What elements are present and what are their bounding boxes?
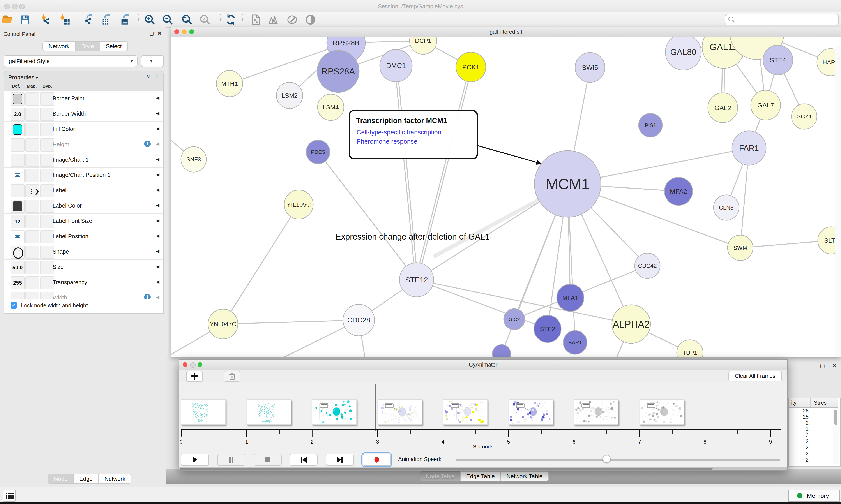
default-cell[interactable] — [11, 92, 24, 106]
lock-checkbox[interactable]: ✓ — [11, 302, 17, 309]
default-cell[interactable] — [11, 230, 24, 244]
animation-frame-1[interactable] — [181, 399, 226, 425]
expand-row-icon[interactable]: ◀ — [156, 280, 159, 284]
mapping-cell[interactable] — [25, 108, 39, 121]
network-node-STE2[interactable]: STE2 — [534, 315, 561, 342]
mapping-cell[interactable] — [25, 230, 39, 244]
collapse-all-icon[interactable]: » — [145, 75, 152, 78]
network-node-SWI5[interactable]: SWI5 — [575, 53, 605, 82]
network-node-ALPHA2[interactable]: ALPHA2 — [612, 305, 650, 343]
expand-row-icon[interactable]: ◀ — [156, 95, 159, 100]
network-node-SNF3[interactable]: SNF3 — [181, 147, 206, 172]
bypass-cell[interactable] — [40, 246, 54, 259]
bypass-cell[interactable] — [40, 108, 54, 121]
column-header-stress[interactable]: Stres — [814, 400, 826, 406]
default-cell[interactable] — [11, 246, 24, 259]
network-node-CDC28[interactable]: CDC28 — [343, 304, 375, 336]
float-panel-icon[interactable]: ▢ — [149, 30, 154, 36]
tab-node-table[interactable]: Node Table — [419, 471, 461, 481]
style-options-button[interactable]: ▾ — [141, 55, 164, 67]
default-cell[interactable] — [11, 184, 24, 197]
skip-to-start-button[interactable] — [289, 454, 318, 466]
network-node-unlabeled[interactable] — [492, 345, 511, 357]
timeline-scrollbar[interactable] — [179, 467, 787, 470]
default-cell[interactable]: 12 — [11, 215, 24, 228]
search-input[interactable] — [736, 15, 836, 24]
float-panel-icon[interactable]: ▢ — [820, 363, 825, 369]
tab-network-table[interactable]: Network Table — [500, 471, 549, 481]
hide-icon[interactable] — [286, 14, 298, 25]
tab-select[interactable]: Select — [100, 41, 128, 51]
close-panel-icon[interactable]: ✕ — [157, 30, 162, 36]
add-frame-button[interactable] — [186, 371, 203, 382]
network-node-DMC1[interactable]: DMC1 — [380, 50, 412, 82]
tab-network[interactable]: Network — [42, 41, 75, 51]
network-canvas[interactable]: RPS28BRPS28AMTH1LSM2LSM4DMC1DCP1PCK1SNF3… — [171, 37, 841, 357]
slider-thumb[interactable] — [603, 455, 611, 463]
refresh-icon[interactable] — [225, 14, 236, 25]
style-selector[interactable]: galFiltered Style ▾ — [3, 55, 138, 67]
tab-edge[interactable]: Edge — [73, 474, 99, 484]
network-node-LSM2[interactable]: LSM2 — [276, 82, 303, 109]
mapping-cell[interactable] — [25, 215, 39, 228]
bypass-cell[interactable] — [40, 276, 54, 289]
open-folder-icon[interactable] — [2, 14, 13, 25]
animation-frame-7[interactable] — [574, 399, 619, 425]
annotation-link[interactable]: Pheromone response — [357, 138, 417, 145]
export-table-icon[interactable] — [101, 14, 112, 25]
network-node-YIL105C[interactable]: YIL105C — [284, 190, 313, 219]
network-node-PDC5[interactable]: PDC5 — [306, 140, 330, 164]
zoom-fit-icon[interactable] — [181, 14, 193, 25]
animation-frame-2[interactable] — [246, 399, 291, 425]
table-scrollbar[interactable] — [833, 408, 839, 464]
bypass-cell[interactable] — [40, 200, 54, 213]
expand-all-icon[interactable]: « — [154, 75, 161, 78]
mapping-cell[interactable] — [25, 261, 39, 274]
network-node-MCM1[interactable]: MCM1 — [534, 151, 601, 217]
binoculars-icon[interactable] — [268, 14, 280, 25]
clear-all-frames-button[interactable]: Clear All Frames — [728, 371, 782, 381]
column-header-ity[interactable]: ity — [791, 400, 797, 406]
expand-row-icon[interactable]: ◀ — [156, 172, 159, 177]
scrollbar-thumb[interactable] — [180, 468, 713, 470]
network-node-MTH1[interactable]: MTH1 — [216, 71, 243, 97]
mapping-cell[interactable] — [25, 138, 39, 151]
expand-row-icon[interactable]: ◀ — [156, 141, 159, 146]
network-node-PCK1[interactable]: PCK1 — [456, 52, 486, 82]
animation-frame-4[interactable] — [377, 399, 422, 425]
default-cell[interactable] — [11, 200, 24, 213]
mapping-cell[interactable] — [25, 276, 39, 289]
animation-speed-slider[interactable] — [456, 459, 780, 461]
network-node-SWI4[interactable]: SWI4 — [728, 235, 753, 260]
expand-row-icon[interactable]: ◀ — [156, 203, 159, 208]
network-node-MFA1[interactable]: MFA1 — [557, 284, 584, 311]
network-node-FAR1[interactable]: FAR1 — [732, 131, 766, 165]
scrollbar-thumb[interactable] — [834, 410, 838, 425]
skip-to-end-button[interactable] — [326, 454, 354, 466]
task-history-button[interactable] — [3, 489, 16, 502]
animation-frame-6[interactable] — [508, 399, 553, 425]
network-node-STE12[interactable]: STE12 — [399, 263, 434, 297]
mapping-cell[interactable] — [25, 169, 39, 182]
default-cell[interactable] — [11, 169, 24, 182]
tab-style[interactable]: Style — [75, 41, 100, 51]
show-icon[interactable] — [305, 14, 316, 25]
network-node-CDC42[interactable]: CDC42 — [635, 253, 660, 278]
chevron-down-icon[interactable]: ▾ — [36, 76, 38, 80]
default-cell[interactable] — [11, 154, 24, 167]
zoom-in-icon[interactable] — [144, 14, 156, 25]
mapping-cell[interactable]: ⋮❯ — [25, 184, 39, 197]
bypass-cell[interactable] — [40, 230, 54, 244]
network-node-GAL7[interactable]: GAL7 — [751, 90, 781, 120]
tab-node[interactable]: Node — [48, 474, 74, 484]
animation-frame-3[interactable] — [312, 399, 357, 425]
network-node-YNL047C[interactable]: YNL047C — [208, 309, 238, 339]
network-node-BAR1[interactable]: BAR1 — [563, 330, 587, 354]
network-node-TUP1[interactable]: TUP1 — [677, 340, 703, 357]
expand-row-icon[interactable]: ◀ — [156, 157, 159, 162]
export-network-icon[interactable] — [83, 14, 94, 25]
annotation-box[interactable]: Transcription factor MCM1 Cell-type-spec… — [349, 110, 478, 159]
memory-button[interactable]: Memory — [788, 489, 840, 502]
network-node-GAL2[interactable]: GAL2 — [708, 93, 738, 123]
zoom-selected-icon[interactable] — [199, 14, 211, 25]
